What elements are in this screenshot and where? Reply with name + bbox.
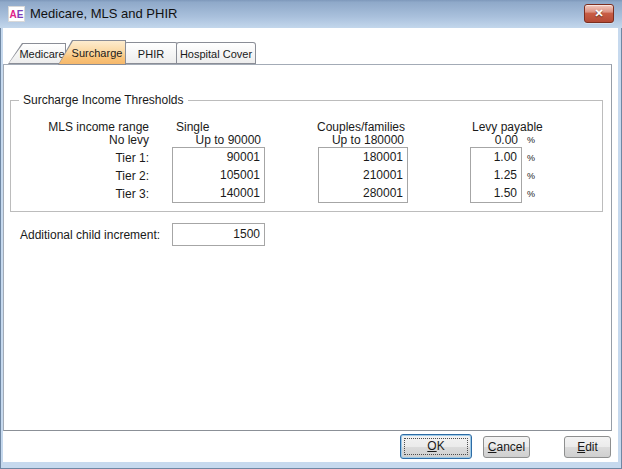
tier3-single-cell[interactable]: 140001 (173, 184, 264, 202)
tier2-couples-cell[interactable]: 210001 (319, 166, 407, 184)
row-label-tier-3: Tier 3: (20, 185, 149, 203)
percent-sign: % (527, 167, 535, 185)
app-icon-letter-e: E (17, 9, 24, 20)
tier2-single-cell[interactable]: 105001 (173, 166, 264, 184)
percent-sign: % (527, 131, 535, 149)
levy-tiers-box: 1.00 1.25 1.50 (470, 147, 522, 203)
tab-surcharge-label: Surcharge (58, 40, 126, 65)
dialog-window: AE Medicare, MLS and PHIR ✕ Medicare Sur… (0, 0, 622, 469)
edit-button-accel: E (577, 440, 585, 454)
ok-button-label: K (437, 439, 445, 453)
app-icon: AE (8, 6, 25, 22)
dialog-client-area: Medicare Surcharge PHIR Hospital Cover S… (3, 28, 618, 462)
percent-sign: % (527, 185, 535, 203)
close-icon: ✕ (594, 7, 603, 19)
ok-button-accel: O (427, 439, 436, 453)
single-tiers-box: 90001 105001 140001 (172, 147, 265, 203)
additional-child-increment-field[interactable]: 1500 (172, 223, 265, 246)
tab-hospital-cover[interactable]: Hospital Cover (176, 42, 256, 64)
window-title: Medicare, MLS and PHIR (30, 6, 177, 21)
row-label-tier-2: Tier 2: (20, 167, 149, 185)
row-label-tier-1: Tier 1: (20, 149, 149, 167)
couples-tiers-box: 180001 210001 280001 (318, 147, 408, 203)
close-button[interactable]: ✕ (584, 4, 614, 23)
app-icon-letter-a: A (10, 9, 17, 20)
cancel-button-label: ancel (496, 440, 525, 454)
additional-child-increment-label: Additional child increment: (20, 225, 160, 245)
tier2-levy-cell[interactable]: 1.25 (471, 166, 521, 184)
edit-button-label: dit (585, 440, 598, 454)
edit-button[interactable]: Edit (564, 436, 611, 458)
percent-sign: % (527, 149, 535, 167)
tier3-levy-cell[interactable]: 1.50 (471, 184, 521, 202)
tier1-couples-cell[interactable]: 180001 (319, 148, 407, 166)
titlebar: AE Medicare, MLS and PHIR ✕ (0, 0, 622, 28)
tab-phir-label: PHIR (124, 42, 178, 64)
tier1-levy-cell[interactable]: 1.00 (471, 148, 521, 166)
tab-surcharge[interactable]: Surcharge (58, 40, 126, 65)
tier3-couples-cell[interactable]: 280001 (319, 184, 407, 202)
cancel-button[interactable]: Cancel (483, 436, 530, 458)
tier1-single-cell[interactable]: 90001 (173, 148, 264, 166)
tab-phir[interactable]: PHIR (124, 42, 178, 64)
groupbox-title: Surcharge Income Thresholds (19, 93, 188, 107)
tab-hospital-cover-label: Hospital Cover (176, 42, 256, 64)
row-label-no-levy: No levy (20, 131, 149, 149)
ok-button[interactable]: OK (400, 434, 472, 459)
